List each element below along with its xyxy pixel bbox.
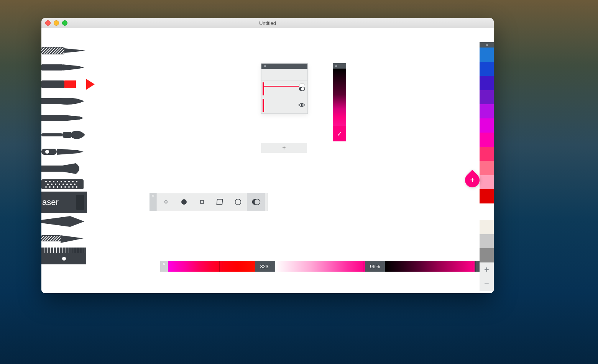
svg-rect-1 [41, 48, 64, 54]
svg-rect-5 [41, 80, 64, 88]
shape-bar-handle[interactable]: ✕ [150, 193, 157, 211]
eraser-label: aser [42, 197, 59, 207]
zoom-window-button[interactable] [62, 20, 67, 26]
color-preview-panel[interactable]: ✕ ✓ [333, 63, 346, 141]
layer-row[interactable] [261, 97, 307, 113]
blend-icon[interactable] [299, 86, 305, 92]
app-window: Untitled [41, 18, 494, 293]
svg-point-49 [301, 87, 305, 91]
hue-slider[interactable]: 323° [168, 261, 275, 272]
tool-pen[interactable] [41, 59, 86, 76]
svg-rect-53 [200, 200, 204, 203]
layers-panel[interactable]: ✕ [261, 63, 308, 114]
color-swatch[interactable] [480, 48, 494, 62]
palette-add-button[interactable]: + [480, 262, 494, 277]
check-icon: ✓ [337, 130, 342, 138]
color-swatch[interactable] [480, 220, 494, 234]
close-icon[interactable]: ✕ [151, 194, 154, 198]
color-swatch[interactable] [480, 147, 494, 161]
layer-row[interactable] [261, 69, 307, 81]
eye-icon[interactable] [298, 103, 305, 107]
close-window-button[interactable] [45, 20, 51, 26]
color-swatch[interactable] [480, 161, 494, 175]
tool-marker[interactable] [41, 76, 86, 93]
tool-cutter[interactable] [41, 230, 86, 247]
color-swatch[interactable] [480, 118, 494, 133]
svg-rect-15 [41, 166, 62, 172]
shape-square-outline[interactable] [211, 193, 229, 211]
color-confirm-button[interactable]: ✓ [333, 126, 346, 141]
tool-calligraphy[interactable] [41, 93, 86, 110]
svg-point-26 [47, 184, 49, 185]
svg-point-38 [61, 186, 62, 188]
color-swatch[interactable] [480, 234, 494, 248]
palette-header[interactable]: ✕ [480, 42, 494, 48]
color-palette: ✕ + − [480, 42, 494, 293]
shape-circle-outline[interactable] [229, 193, 247, 211]
add-layer-button[interactable]: + [261, 143, 307, 153]
tool-fill-bucket[interactable] [41, 177, 86, 192]
svg-point-21 [61, 181, 62, 182]
brightness-slider[interactable]: 86% [385, 261, 494, 272]
tool-paintbrush[interactable] [41, 126, 86, 143]
tool-ruler[interactable] [41, 247, 86, 264]
color-swatch[interactable] [480, 90, 494, 104]
svg-point-27 [51, 184, 53, 185]
canvas[interactable]: aser ✕ [41, 28, 494, 293]
close-icon[interactable]: ✕ [334, 64, 337, 68]
tool-eraser[interactable]: aser [41, 192, 87, 213]
titlebar[interactable]: Untitled [41, 18, 494, 28]
layers-panel-header[interactable]: ✕ [261, 64, 307, 69]
shape-tiny-square[interactable] [193, 193, 211, 211]
svg-point-42 [76, 186, 77, 188]
saturation-slider[interactable]: 96% [275, 261, 385, 272]
svg-point-18 [49, 181, 51, 182]
tool-dropper[interactable] [41, 143, 86, 160]
svg-point-36 [53, 186, 54, 188]
svg-rect-54 [217, 199, 222, 205]
svg-point-30 [62, 184, 64, 185]
svg-marker-4 [62, 64, 84, 71]
color-preview-header[interactable]: ✕ [333, 63, 346, 69]
color-swatch[interactable] [480, 133, 494, 147]
color-swatch[interactable] [480, 104, 494, 118]
minimize-window-button[interactable] [54, 20, 59, 26]
svg-point-25 [76, 181, 77, 182]
tool-airbrush[interactable] [41, 213, 86, 230]
svg-point-39 [64, 186, 66, 188]
palette-remove-button[interactable]: − [480, 277, 494, 291]
svg-point-19 [53, 181, 54, 182]
color-swatch[interactable] [480, 189, 494, 203]
tool-pencil[interactable] [41, 110, 86, 126]
color-swatch[interactable] [480, 76, 494, 90]
svg-point-41 [72, 186, 74, 188]
hue-value: 323° [255, 261, 275, 272]
hsb-handle[interactable]: ✕ [160, 261, 168, 272]
svg-marker-14 [57, 149, 84, 155]
svg-rect-6 [64, 80, 76, 88]
svg-rect-8 [41, 115, 64, 121]
color-swatch[interactable] [480, 203, 494, 218]
shape-filled-circle[interactable] [175, 193, 193, 211]
saturation-value: 96% [365, 261, 385, 272]
color-swatch[interactable] [480, 248, 494, 262]
close-icon[interactable]: ✕ [263, 64, 266, 68]
color-gradient[interactable] [333, 69, 346, 126]
tool-mechanical-pencil[interactable] [41, 42, 86, 59]
color-swatch[interactable] [480, 175, 494, 189]
shape-bar: ✕ [150, 193, 268, 211]
svg-point-13 [45, 150, 49, 154]
layer-row[interactable] [261, 81, 307, 97]
svg-point-31 [66, 184, 68, 185]
tool-fountain[interactable] [41, 160, 86, 177]
shape-overlap-circles[interactable] [247, 193, 265, 211]
svg-marker-9 [64, 115, 84, 121]
svg-point-24 [72, 181, 74, 182]
shape-tiny-circle[interactable] [157, 193, 175, 211]
color-swatch[interactable] [480, 62, 494, 76]
svg-point-28 [55, 184, 56, 185]
plus-icon: + [470, 176, 475, 185]
close-icon[interactable]: ✕ [163, 262, 166, 266]
svg-point-50 [301, 104, 303, 106]
close-icon[interactable]: ✕ [485, 43, 488, 47]
